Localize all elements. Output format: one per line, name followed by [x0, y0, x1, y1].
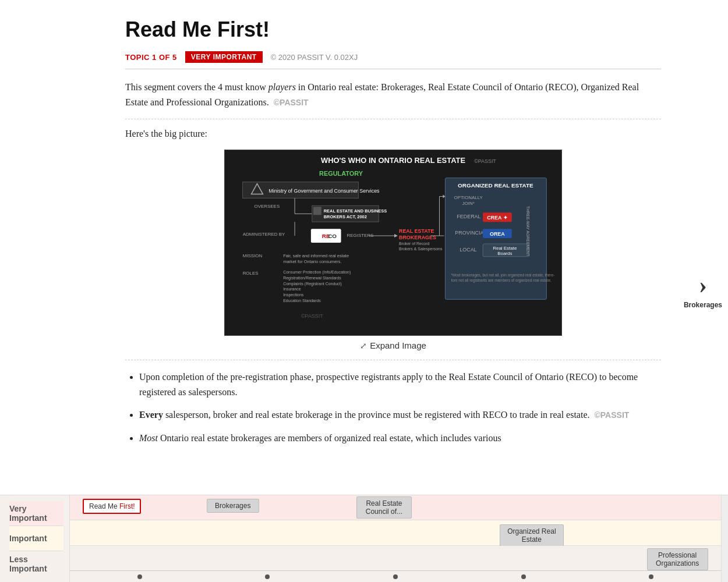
svg-text:Broker of Record: Broker of Record	[399, 242, 430, 246]
svg-text:Consumer Protection (Info/Educ: Consumer Protection (Info/Education)	[283, 270, 351, 275]
svg-text:JOIN*: JOIN*	[462, 201, 475, 207]
intro-paragraph: This segment covers the 4 must know play…	[125, 80, 661, 109]
next-arrow[interactable]: › Brokerages	[684, 273, 722, 309]
svg-text:LOCAL: LOCAL	[460, 247, 476, 253]
svg-text:BROKERS ACT, 2002: BROKERS ACT, 2002	[324, 214, 367, 219]
svg-text:market for Ontario consumers.: market for Ontario consumers.	[283, 259, 341, 264]
svg-text:fore not all registrants are m: fore not all registrants are members of …	[451, 278, 552, 283]
divider-dashed	[125, 119, 661, 119]
topic-label: TOPIC 1 OF 5	[125, 53, 177, 62]
svg-text:REGULATORY: REGULATORY	[319, 170, 363, 177]
svg-text:CREA ✦: CREA ✦	[487, 215, 507, 221]
intro-watermark: ©PASSIT	[274, 98, 309, 107]
copyright-label: © 2020 PASSIT V. 0.02XJ	[271, 53, 358, 62]
svg-text:REAL ESTATE AND BUSINESS: REAL ESTATE AND BUSINESS	[324, 209, 387, 214]
bullet-item-2: Every salesperson, broker and real estat…	[139, 407, 661, 423]
bullet-item-1: Upon completion of the pre-registration …	[139, 370, 661, 399]
intro-text-before: This segment covers the 4 must know	[125, 82, 268, 92]
svg-text:FEDERAL: FEDERAL	[457, 214, 480, 219]
svg-text:Insurance: Insurance	[283, 288, 301, 292]
svg-text:OREA: OREA	[490, 231, 505, 237]
svg-text:©PASSIT: ©PASSIT	[474, 158, 496, 164]
expand-image-link[interactable]: ⤢ Expand Image	[360, 340, 426, 350]
bullet-item-3: Most Ontario real estate brokerages are …	[139, 431, 661, 446]
bullet-2-text: salesperson, broker and real estate brok…	[163, 410, 590, 420]
svg-text:Inspections: Inspections	[283, 293, 304, 298]
svg-text:CO: CO	[328, 233, 337, 239]
bullet-3-text: Ontario real estate brokerages are membe…	[158, 433, 501, 443]
bullet-3-italic: Most	[139, 433, 158, 443]
page-title: Read Me First!	[125, 17, 661, 42]
svg-text:©PASSIT: ©PASSIT	[301, 313, 323, 319]
svg-text:Brokers & Salespersons: Brokers & Salespersons	[399, 247, 443, 251]
main-content: Read Me First! TOPIC 1 OF 5 VERY IMPORTA…	[44, 0, 684, 446]
bullet-1-text: Upon completion of the pre-registration …	[139, 372, 638, 397]
svg-text:OVERSEES: OVERSEES	[255, 204, 280, 210]
svg-text:REAL ESTATE: REAL ESTATE	[399, 228, 434, 234]
svg-text:OPTIONALLY: OPTIONALLY	[454, 196, 483, 201]
svg-text:Education Standards: Education Standards	[283, 299, 321, 303]
svg-text:WHO'S WHO IN ONTARIO REAL ESTA: WHO'S WHO IN ONTARIO REAL ESTATE	[321, 156, 465, 165]
svg-text:PROVINCIAL: PROVINCIAL	[455, 230, 486, 236]
big-picture-label: Here's the big picture:	[125, 129, 661, 139]
svg-text:ROLES: ROLES	[243, 271, 259, 276]
intro-italic: players	[268, 82, 296, 92]
svg-text:*Most brokerages, but not all,: *Most brokerages, but not all, join orga…	[451, 273, 554, 278]
topic-bar: TOPIC 1 OF 5 VERY IMPORTANT © 2020 PASSI…	[125, 51, 661, 63]
svg-text:Real Estate: Real Estate	[493, 246, 517, 251]
expand-image-label: Expand Image	[370, 340, 426, 350]
svg-text:MISSION: MISSION	[243, 253, 263, 258]
very-important-badge: VERY IMPORTANT	[185, 51, 263, 63]
bullet-2-watermark: ©PASSIT	[595, 410, 630, 420]
next-chevron-icon: ›	[699, 273, 707, 297]
svg-text:Complaints (Registrant Conduct: Complaints (Registrant Conduct)	[283, 282, 342, 286]
svg-text:Ministry of Government and Con: Ministry of Government and Consumer Serv…	[268, 188, 380, 194]
bullet-2-bold: Every	[139, 410, 163, 420]
svg-text:ORGANIZED REAL ESTATE: ORGANIZED REAL ESTATE	[458, 182, 533, 189]
next-arrow-label: Brokerages	[684, 301, 722, 309]
divider-after-image	[125, 360, 661, 360]
svg-text:Registration/Renewal Standards: Registration/Renewal Standards	[283, 276, 341, 281]
divider-top	[125, 69, 661, 69]
svg-text:Fair, safe and informed real e: Fair, safe and informed real estate	[283, 253, 349, 258]
bullet-list: Upon completion of the pre-registration …	[139, 370, 661, 445]
chart-image[interactable]: WHO'S WHO IN ONTARIO REAL ESTATE ©PASSIT…	[224, 150, 562, 336]
svg-text:REGISTERS: REGISTERS	[347, 233, 374, 238]
svg-text:ADMINISTERED BY: ADMINISTERED BY	[243, 232, 285, 237]
svg-text:THREE-WAY AGREEMENT: THREE-WAY AGREEMENT	[526, 206, 530, 257]
expand-icon: ⤢	[360, 341, 367, 350]
svg-text:Boards: Boards	[497, 251, 512, 256]
svg-rect-11	[313, 207, 321, 215]
svg-text:BROKERAGES: BROKERAGES	[399, 235, 436, 240]
image-container: WHO'S WHO IN ONTARIO REAL ESTATE ©PASSIT…	[125, 150, 661, 350]
